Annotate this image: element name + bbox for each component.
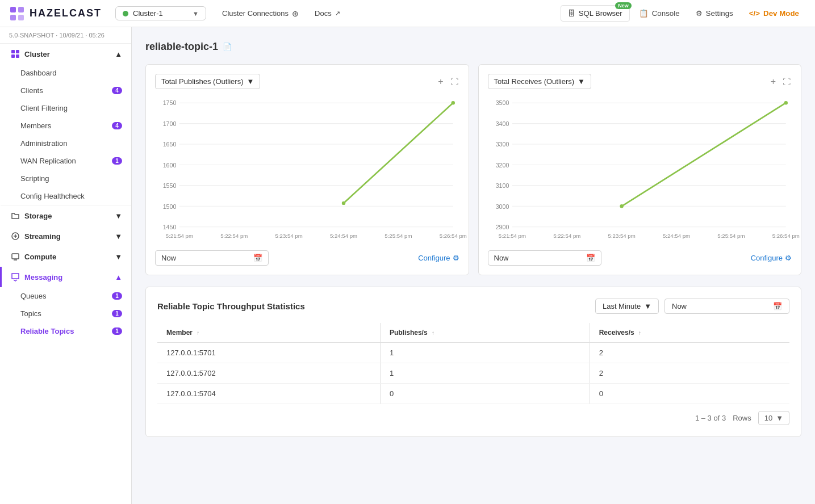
doc-icon[interactable]: 📄 xyxy=(223,43,232,51)
time-range-chevron-icon: ▼ xyxy=(644,302,651,310)
add-chart-icon-left[interactable]: + xyxy=(437,75,444,88)
compute-section-label: Compute xyxy=(24,253,56,261)
time-input-left[interactable]: Now 📅 xyxy=(155,250,269,266)
queues-badge: 1 xyxy=(112,292,122,300)
expand-icon-right[interactable]: ⛶ xyxy=(781,76,792,87)
gear-icon-left: ⚙ xyxy=(453,254,459,262)
receives-sort-icon: ↑ xyxy=(638,330,641,336)
console-button[interactable]: 📋 Console xyxy=(632,6,687,21)
sidebar-section-messaging: Messaging ▲ Queues 1 Topics 1 Reliable T… xyxy=(0,267,131,340)
expand-icon-left[interactable]: ⛶ xyxy=(449,76,459,87)
sidebar-section-header-cluster[interactable]: Cluster ▲ xyxy=(0,44,131,64)
svg-rect-5 xyxy=(16,50,19,53)
chart-area-left: 1750 1700 1650 1600 1550 1500 1450 5:21:… xyxy=(155,96,459,243)
sidebar-item-dashboard[interactable]: Dashboard xyxy=(0,64,131,82)
rows-per-page-select[interactable]: 10 ▼ xyxy=(758,411,789,425)
stream-icon xyxy=(11,232,20,241)
time-range-select[interactable]: Last Minute ▼ xyxy=(595,299,659,314)
settings-label: Settings xyxy=(706,9,733,18)
member-col-label: Member xyxy=(166,329,193,337)
publishes-col-label: Publishes/s xyxy=(390,329,428,337)
sidebar-section-header-streaming[interactable]: Streaming ▼ xyxy=(0,226,131,246)
section-left-streaming: Streaming xyxy=(11,232,61,241)
chart-actions-left: + ⛶ xyxy=(437,75,459,88)
cluster-connections-link[interactable]: Cluster Connections ⊕ xyxy=(215,6,306,22)
sidebar-item-config-healthcheck[interactable]: Config Healthcheck xyxy=(0,187,131,205)
compute-chevron-icon: ▼ xyxy=(115,253,122,261)
svg-text:5:24:54 pm: 5:24:54 pm xyxy=(330,233,357,239)
pagination-text: 1 – 3 of 3 xyxy=(695,414,726,422)
settings-button[interactable]: ⚙ Settings xyxy=(689,6,740,21)
sidebar-section-cluster: Cluster ▲ Dashboard Clients 4 Client Fil… xyxy=(0,44,131,205)
sidebar-item-clients[interactable]: Clients 4 xyxy=(0,82,131,99)
svg-text:1500: 1500 xyxy=(163,203,177,210)
svg-point-30 xyxy=(342,201,345,205)
hazelcast-logo-icon xyxy=(9,6,25,22)
chart-selector-left[interactable]: Total Publishes (Outliers) ▼ xyxy=(155,74,260,89)
streaming-section-label: Streaming xyxy=(24,232,61,241)
sidebar-item-scripting[interactable]: Scripting xyxy=(0,170,131,187)
cell-publishes: 1 xyxy=(380,363,590,384)
sidebar-section-header-messaging[interactable]: Messaging ▲ xyxy=(0,267,131,287)
line-chart-left: 1750 1700 1650 1600 1550 1500 1450 5:21:… xyxy=(155,96,459,243)
docs-link[interactable]: Docs ↗ xyxy=(308,6,347,21)
sidebar-item-reliable-topics[interactable]: Reliable Topics 1 xyxy=(0,322,131,340)
stats-controls: Last Minute ▼ Now 📅 xyxy=(595,299,789,314)
cluster-selector[interactable]: Cluster-1 ▼ xyxy=(115,6,206,20)
layout: 5.0-SNAPSHOT · 10/09/21 · 05:26 Cluster … xyxy=(0,27,815,504)
svg-text:5:26:54 pm: 5:26:54 pm xyxy=(440,233,467,239)
cell-member: 127.0.0.1:5702 xyxy=(157,363,380,384)
configure-label-right: Configure xyxy=(751,254,783,262)
line-chart-right: 3500 3400 3300 3200 3100 3000 2900 5:21:… xyxy=(488,96,792,243)
devmode-button[interactable]: </> Dev Mode xyxy=(742,6,806,21)
members-label: Members xyxy=(20,121,51,130)
sidebar-item-topics[interactable]: Topics 1 xyxy=(0,305,131,322)
table-row: 127.0.0.1:5702 1 2 xyxy=(157,363,789,384)
chart-area-right: 3500 3400 3300 3200 3100 3000 2900 5:21:… xyxy=(488,96,792,243)
chart-card-right: Total Receives (Outliers) ▼ + ⛶ xyxy=(478,64,802,275)
svg-text:3200: 3200 xyxy=(495,162,509,169)
svg-text:1650: 1650 xyxy=(163,141,177,148)
svg-text:1700: 1700 xyxy=(163,120,177,127)
th-publishes[interactable]: Publishes/s ↑ xyxy=(380,323,590,343)
th-member[interactable]: Member ↑ xyxy=(157,323,380,343)
queues-label: Queues xyxy=(20,292,47,300)
rows-chevron-icon: ▼ xyxy=(776,414,783,422)
client-filtering-label: Client Filtering xyxy=(20,104,68,112)
svg-text:1750: 1750 xyxy=(163,99,177,106)
th-receives[interactable]: Receives/s ↑ xyxy=(590,323,789,343)
sidebar-section-header-compute[interactable]: Compute ▼ xyxy=(0,246,131,267)
stats-card: Reliable Topic Throughput Statistics Las… xyxy=(145,287,801,437)
svg-text:2900: 2900 xyxy=(495,224,509,230)
sql-browser-button[interactable]: 🗄 SQL Browser New xyxy=(561,5,630,22)
sidebar-item-members[interactable]: Members 4 xyxy=(0,117,131,135)
sidebar-item-client-filtering[interactable]: Client Filtering xyxy=(0,99,131,117)
topics-label: Topics xyxy=(20,309,41,318)
configure-label-left: Configure xyxy=(418,254,450,262)
stats-date-picker[interactable]: Now 📅 xyxy=(664,299,789,314)
logo: HAZELCAST xyxy=(9,6,102,22)
sidebar-section-storage: Storage ▼ xyxy=(0,205,131,226)
nav-right: 🗄 SQL Browser New 📋 Console ⚙ Settings <… xyxy=(561,5,806,22)
configure-button-left[interactable]: Configure ⚙ xyxy=(418,254,459,262)
wan-replication-badge: 1 xyxy=(112,157,122,165)
cell-receives: 0 xyxy=(590,384,789,404)
devmode-label: Dev Mode xyxy=(763,9,799,18)
cell-receives: 2 xyxy=(590,363,789,384)
reliable-topics-badge: 1 xyxy=(112,327,122,335)
chart-selector-right[interactable]: Total Receives (Outliers) ▼ xyxy=(488,74,591,89)
configure-button-right[interactable]: Configure ⚙ xyxy=(751,254,792,262)
sidebar-section-header-storage[interactable]: Storage ▼ xyxy=(0,205,131,226)
sidebar-section-compute: Compute ▼ xyxy=(0,246,131,267)
time-label-left: Now xyxy=(161,254,176,262)
sidebar-item-administration[interactable]: Administration xyxy=(0,135,131,152)
calendar-icon-right: 📅 xyxy=(586,254,595,262)
cell-member: 127.0.0.1:5704 xyxy=(157,384,380,404)
sidebar-item-wan-replication[interactable]: WAN Replication 1 xyxy=(0,152,131,170)
add-chart-icon-right[interactable]: + xyxy=(770,75,777,88)
sidebar-item-queues[interactable]: Queues 1 xyxy=(0,287,131,305)
time-input-right[interactable]: Now 📅 xyxy=(488,250,601,266)
streaming-chevron-icon: ▼ xyxy=(115,232,122,241)
chevron-down-icon: ▼ xyxy=(193,10,199,17)
cluster-chevron-icon: ▲ xyxy=(115,50,122,58)
